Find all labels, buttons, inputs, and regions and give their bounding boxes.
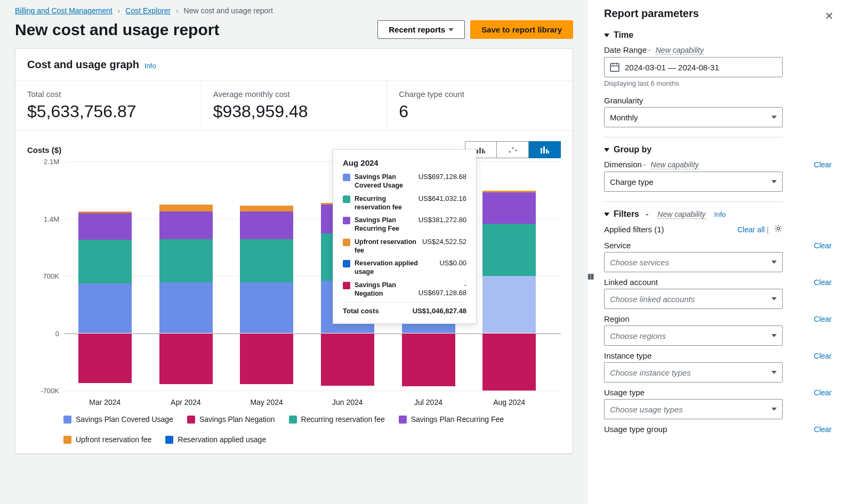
section-filters[interactable]: Filters - New capability Info (604, 209, 832, 219)
applied-filters-count: Applied filters (1) (604, 225, 664, 234)
chevron-down-icon (604, 148, 609, 152)
panel-title: Report parameters (604, 7, 832, 20)
date-range-picker[interactable]: 2024-03-01 — 2024-08-31 (604, 57, 783, 77)
svg-rect-1 (479, 148, 481, 153)
filter-label: Instance type (604, 351, 651, 360)
x-axis-label: Aug 2024 (493, 398, 525, 407)
new-capability-badge[interactable]: New capability (657, 210, 705, 219)
svg-point-6 (515, 150, 517, 151)
filter-label: Linked account (604, 278, 658, 287)
tooltip-month: Aug 2024 (343, 158, 466, 167)
granularity-select[interactable]: Monthly (604, 107, 783, 127)
x-axis-label: Jul 2024 (414, 398, 442, 407)
filter-select[interactable]: Choose usage types (604, 399, 783, 419)
new-capability-badge[interactable]: New capability (651, 160, 699, 169)
svg-rect-9 (546, 149, 548, 153)
filter-label: Usage type group (604, 425, 667, 434)
filters-info-link[interactable]: Info (714, 210, 726, 218)
tooltip-total-value: US$1,046,827.48 (413, 307, 466, 315)
y-axis-tick: 0 (27, 329, 59, 337)
charge-type-count-label: Charge type count (399, 90, 561, 99)
charge-type-count-value: 6 (399, 102, 561, 121)
clear-all-filters[interactable]: Clear all (737, 225, 765, 234)
granularity-label: Granularity (604, 96, 643, 105)
dimension-label: Dimension (604, 160, 642, 169)
chevron-down-icon (604, 34, 609, 37)
dimension-select[interactable]: Charge type (604, 172, 783, 192)
stacked-bar-icon (540, 146, 550, 153)
bar-chart-icon (476, 146, 486, 153)
filter-clear[interactable]: Clear (814, 241, 832, 250)
recent-reports-button[interactable]: Recent reports (377, 20, 465, 39)
section-groupby[interactable]: Group by (604, 145, 832, 155)
filter-clear[interactable]: Clear (814, 425, 832, 434)
x-axis-label: Apr 2024 (171, 398, 201, 407)
y-axis-tick: 700K (27, 272, 59, 280)
filter-clear[interactable]: Clear (814, 388, 832, 397)
svg-point-4 (509, 151, 510, 153)
chevron-down-icon (771, 116, 777, 119)
chart-tooltip: Aug 2024 Savings Plan Covered UsageUS$69… (333, 149, 477, 324)
filter-clear[interactable]: Clear (814, 315, 832, 323)
view-line-button[interactable] (497, 141, 529, 158)
legend-item[interactable]: Reservation applied usage (165, 435, 266, 444)
avg-cost-label: Average monthly cost (213, 90, 375, 99)
legend-item[interactable]: Recurring reservation fee (289, 415, 385, 424)
tooltip-row: Recurring reservation feeUS$641,032.16 (343, 194, 466, 212)
panel-collapse-handle[interactable]: ▮▮ (588, 272, 593, 280)
avg-cost-value: $938,959.48 (213, 102, 375, 121)
legend-item[interactable]: Savings Plan Negation (187, 415, 275, 424)
legend-item[interactable]: Upfront reservation fee (63, 435, 151, 444)
tooltip-row: Reservation applied usageUS$0.00 (343, 259, 466, 277)
svg-rect-7 (541, 148, 542, 153)
legend-item[interactable]: Savings Plan Covered Usage (63, 415, 173, 424)
svg-rect-0 (477, 150, 478, 153)
calendar-icon (610, 62, 619, 72)
y-axis-tick: 2.1M (27, 158, 59, 166)
x-axis-label: May 2024 (250, 398, 283, 407)
x-axis-label: Mar 2024 (89, 398, 120, 407)
save-report-button[interactable]: Save to report library (470, 20, 573, 39)
card-info-link[interactable]: Info (144, 62, 156, 70)
svg-rect-3 (484, 151, 485, 153)
filter-select[interactable]: Choose instance types (604, 362, 783, 383)
filter-label: Usage type (604, 388, 645, 397)
section-time[interactable]: Time (604, 30, 832, 40)
gear-icon[interactable] (774, 224, 783, 234)
cost-usage-card: Cost and usage graph Info Total cost $5,… (15, 48, 573, 454)
svg-point-15 (777, 227, 780, 230)
tooltip-row: Savings Plan Covered UsageUS$697,128.68 (343, 173, 466, 190)
svg-rect-11 (610, 63, 619, 71)
close-panel-button[interactable]: ✕ (825, 10, 834, 22)
breadcrumb-billing[interactable]: Billing and Cost Management (15, 6, 112, 15)
y-axis-tick: 1.4M (27, 215, 59, 223)
date-range-label: Date Range (604, 45, 647, 54)
y-axis-tick: -700K (27, 387, 59, 395)
chevron-down-icon (771, 180, 777, 183)
svg-rect-8 (543, 147, 545, 153)
breadcrumb: Billing and Cost Management › Cost Explo… (0, 0, 588, 17)
cost-chart[interactable]: 2.1M1.4M700K0-700KMar 2024Apr 2024May 20… (27, 161, 561, 407)
date-range-hint: Displaying last 6 months (604, 79, 832, 87)
total-cost-label: Total cost (27, 90, 189, 99)
new-capability-badge[interactable]: New capability (656, 46, 704, 55)
filter-label: Region (604, 314, 630, 323)
filter-select[interactable]: Choose linked accounts (604, 289, 783, 309)
chevron-down-icon (448, 28, 454, 31)
breadcrumb-explorer[interactable]: Cost Explorer (125, 6, 171, 15)
filter-select[interactable]: Choose services (604, 252, 783, 272)
chart-legend: Savings Plan Covered UsageSavings Plan N… (15, 412, 573, 453)
dimension-clear[interactable]: Clear (814, 160, 832, 169)
filter-clear[interactable]: Clear (814, 352, 832, 360)
view-stacked-button[interactable] (529, 141, 561, 158)
svg-rect-2 (482, 149, 484, 153)
filter-clear[interactable]: Clear (814, 278, 832, 287)
tooltip-total-label: Total costs (343, 307, 413, 315)
legend-item[interactable]: Savings Plan Recurring Fee (399, 415, 504, 424)
line-chart-icon (508, 146, 518, 153)
svg-rect-10 (548, 151, 549, 153)
tooltip-row: Savings Plan Recurring FeeUS$381,272.80 (343, 216, 466, 233)
filter-select[interactable]: Choose regions (604, 326, 783, 346)
x-axis-label: Jun 2024 (332, 398, 363, 407)
total-cost-value: $5,633,756.87 (27, 102, 189, 121)
